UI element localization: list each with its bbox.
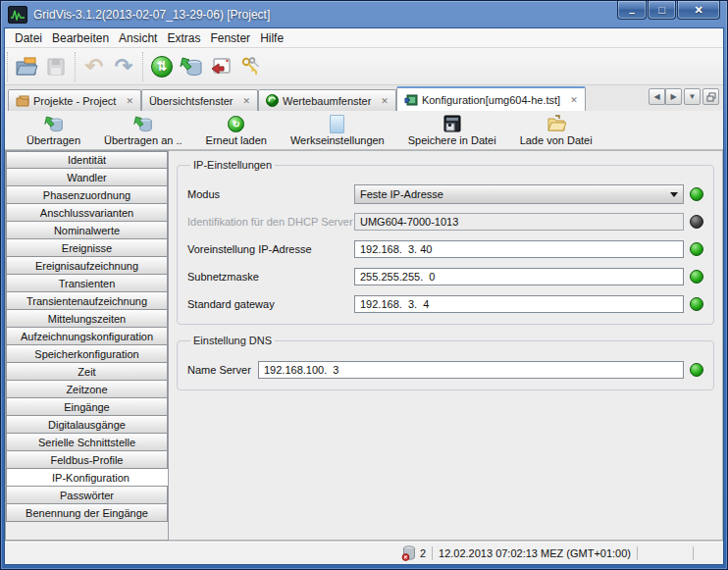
ip-address-field[interactable]: 192.168. 3. 40: [354, 240, 684, 258]
uebertragen-button[interactable]: Übertragen: [17, 113, 90, 147]
menu-fenster[interactable]: Fenster: [205, 29, 255, 47]
lade-von-datei-button[interactable]: Lade von Datei: [510, 113, 602, 147]
tab-wertebaumfenster[interactable]: Wertebaumfenster ✕: [258, 89, 396, 111]
menu-bearbeiten[interactable]: Bearbeiten: [47, 29, 114, 47]
reload-values-icon[interactable]: ⇅: [147, 53, 177, 80]
menu-extras[interactable]: Extras: [162, 29, 205, 47]
gateway-row: Standard gateway 192.168. 3. 4: [187, 294, 703, 314]
transfer-device-icon[interactable]: [177, 53, 206, 80]
dns-settings-group: Einstellung DNS Name Server 192.168.100.…: [177, 335, 714, 390]
sidebar-item[interactable]: Zeitzone: [6, 381, 168, 398]
status-led-green: [690, 270, 703, 284]
tab-konfiguration[interactable]: Konfiguration[umg604-he.tst] ✕: [396, 86, 586, 111]
field-label: Identifikation für den DHCP Server: [187, 216, 354, 228]
title-bar[interactable]: GridVis-3.1.2(2013-02-07_13-29-06) [Proj…: [4, 1, 724, 27]
transfer-icon: [44, 114, 64, 133]
projects-folder-icon: [16, 95, 29, 107]
close-button[interactable]: ✕: [677, 1, 720, 20]
sidebar-item[interactable]: Transientenaufzeichnung: [6, 292, 168, 310]
sidebar-item[interactable]: Mittelungszeiten: [6, 310, 168, 328]
modus-combobox[interactable]: Feste IP-Adresse: [354, 184, 684, 204]
sidebar-item[interactable]: Feldbus-Profile: [6, 451, 168, 469]
load-from-file-icon: [546, 114, 566, 133]
save-icon[interactable]: [41, 53, 71, 80]
sidebar-item[interactable]: Ereignisaufzeichnung: [6, 257, 168, 275]
configuration-toolbar: Übertragen Übertragen an .. ↻ Erneut lad…: [5, 111, 723, 150]
button-label: Übertragen an ..: [104, 134, 182, 146]
sidebar-item[interactable]: Nominalwerte: [6, 222, 168, 239]
dhcp-ident-row: Identifikation für den DHCP Server UMG60…: [187, 212, 703, 232]
tab-scroll-left-icon[interactable]: ◀: [649, 88, 665, 105]
tab-label: Konfiguration[umg604-he.tst]: [422, 94, 560, 106]
subnet-mask-field[interactable]: 255.255.255. 0: [354, 268, 684, 285]
subnet-mask-row: Subnetzmaske 255.255.255. 0: [187, 267, 703, 286]
sidebar-item[interactable]: Benennung der Eingänge: [6, 504, 168, 522]
open-project-icon[interactable]: [12, 53, 41, 80]
tab-close-icon[interactable]: ✕: [381, 96, 389, 106]
sidebar-item[interactable]: Wandler: [6, 169, 168, 186]
tab-uebersichtsfenster[interactable]: Übersichtsfenster ✕: [141, 89, 258, 111]
sidebar-item[interactable]: Speicherkonfiguration: [6, 345, 168, 363]
tab-close-icon[interactable]: ✕: [570, 95, 578, 105]
dhcp-ident-field: UMG604-7000-1013: [354, 213, 684, 231]
field-label: Subnetzmaske: [187, 271, 354, 283]
statusbar-empty-cell: [694, 545, 723, 561]
config-section-sidebar: Identität Wandler Phasenzuordnung Anschl…: [5, 150, 169, 541]
undo-icon[interactable]: ↶: [79, 53, 109, 80]
tab-projekte[interactable]: Projekte - Project ✕: [8, 89, 141, 111]
tab-close-icon[interactable]: ✕: [243, 96, 251, 106]
window-title: GridVis-3.1.2(2013-02-07_13-29-06) [Proj…: [33, 8, 616, 22]
status-led-green: [690, 187, 703, 201]
uebertragen-an-button[interactable]: Übertragen an ..: [94, 113, 192, 147]
main-toolbar: ↶ ↷ ⇅: [5, 48, 723, 85]
sidebar-item[interactable]: Zeit: [6, 363, 168, 381]
sidebar-item[interactable]: Serielle Schnittstelle: [6, 434, 168, 451]
status-led-green: [690, 297, 703, 311]
werkseinstellungen-button[interactable]: Werkseinstellungen: [281, 113, 394, 147]
sidebar-item[interactable]: Transienten: [6, 275, 168, 292]
speichere-in-datei-button[interactable]: Speichere in Datei: [398, 113, 506, 147]
redo-icon[interactable]: ↷: [109, 53, 138, 80]
field-label: Name Server: [187, 364, 258, 376]
database-status-cell: 2: [395, 545, 432, 561]
ip-settings-group: IP-Einstellungen Modus Feste IP-Adresse …: [177, 159, 714, 325]
configuration-icon: [404, 94, 418, 106]
button-label: Erneut laden: [206, 134, 267, 146]
tab-label: Übersichtsfenster: [149, 95, 234, 107]
maximize-document-icon[interactable]: [702, 88, 719, 105]
sidebar-item[interactable]: Eingänge: [6, 398, 168, 416]
maximize-button[interactable]: □: [648, 1, 676, 20]
menu-ansicht[interactable]: Ansicht: [114, 29, 162, 47]
close-icon: ✕: [694, 4, 702, 17]
sidebar-item[interactable]: Ereignisse: [6, 239, 168, 257]
sidebar-item[interactable]: Anschlussvarianten: [6, 204, 168, 222]
tab-close-icon[interactable]: ✕: [126, 96, 133, 106]
transfer-to-icon: [133, 114, 153, 133]
status-led-green: [690, 363, 703, 377]
value-tree-icon: [266, 94, 279, 107]
gateway-field[interactable]: 192.168. 3. 4: [354, 295, 684, 313]
tab-list-dropdown-icon[interactable]: ▼: [684, 88, 701, 105]
sidebar-item[interactable]: Identität: [6, 151, 168, 169]
application-window: GridVis-3.1.2(2013-02-07_13-29-06) [Proj…: [0, 0, 728, 570]
sidebar-item[interactable]: Digitalausgänge: [6, 416, 168, 434]
sidebar-item[interactable]: Phasenzuordnung: [6, 186, 168, 204]
sidebar-item-ip-konfiguration-selected[interactable]: IP-Konfiguration: [6, 469, 169, 487]
datetime-cell: 12.02.2013 07:02:13 MEZ (GMT+01:00): [433, 545, 637, 561]
minimize-button[interactable]: –: [617, 1, 647, 20]
erneut-laden-button[interactable]: ↻ Erneut laden: [196, 113, 277, 147]
ip-address-row: Voreinstellung IP-Adresse 192.168. 3. 40: [187, 239, 703, 259]
tab-scroll-right-icon[interactable]: ▶: [665, 88, 682, 105]
import-window-icon[interactable]: [206, 53, 235, 80]
name-server-field[interactable]: 192.168.100. 3: [258, 361, 684, 379]
keys-icon[interactable]: [235, 53, 265, 80]
menu-hilfe[interactable]: Hilfe: [255, 29, 288, 47]
sidebar-item[interactable]: Aufzeichnungskonfiguration: [6, 328, 168, 345]
button-label: Lade von Datei: [520, 134, 593, 146]
menu-datei[interactable]: Datei: [10, 29, 47, 47]
button-label: Werkseinstellungen: [290, 134, 385, 146]
sidebar-item[interactable]: Passwörter: [6, 487, 168, 504]
client-area: Datei Bearbeiten Ansicht Extras Fenster …: [4, 27, 724, 565]
status-led-green: [690, 242, 703, 256]
button-label: Übertragen: [26, 134, 80, 146]
